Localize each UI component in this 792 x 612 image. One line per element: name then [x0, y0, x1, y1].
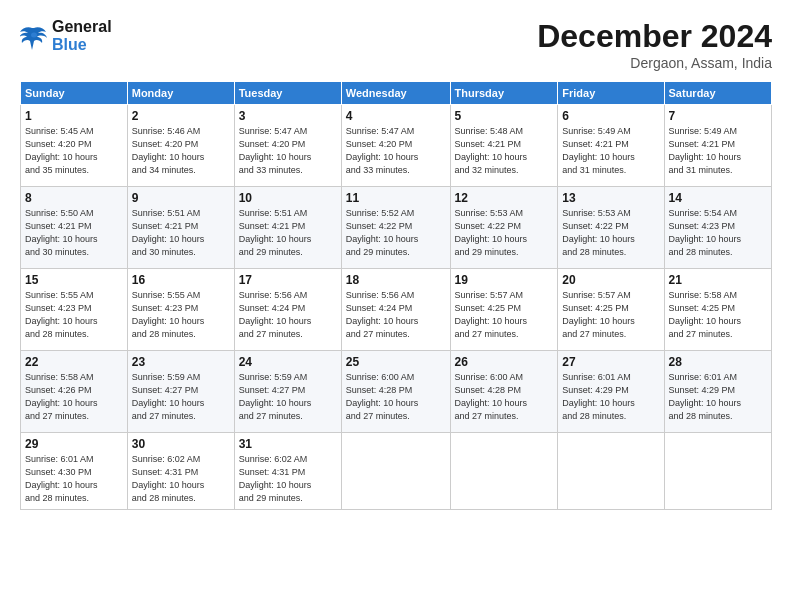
weekday-header-cell: Wednesday — [341, 82, 450, 105]
day-info: Sunrise: 5:53 AM Sunset: 4:22 PM Dayligh… — [562, 207, 659, 259]
calendar-day-cell: 6Sunrise: 5:49 AM Sunset: 4:21 PM Daylig… — [558, 105, 664, 187]
calendar-day-cell: 17Sunrise: 5:56 AM Sunset: 4:24 PM Dayli… — [234, 269, 341, 351]
weekday-header-cell: Saturday — [664, 82, 771, 105]
calendar-day-cell: 2Sunrise: 5:46 AM Sunset: 4:20 PM Daylig… — [127, 105, 234, 187]
calendar-week-row: 29Sunrise: 6:01 AM Sunset: 4:30 PM Dayli… — [21, 433, 772, 510]
calendar-day-cell: 18Sunrise: 5:56 AM Sunset: 4:24 PM Dayli… — [341, 269, 450, 351]
day-info: Sunrise: 5:51 AM Sunset: 4:21 PM Dayligh… — [132, 207, 230, 259]
day-number: 25 — [346, 355, 446, 369]
calendar-day-cell: 26Sunrise: 6:00 AM Sunset: 4:28 PM Dayli… — [450, 351, 558, 433]
calendar-day-cell: 28Sunrise: 6:01 AM Sunset: 4:29 PM Dayli… — [664, 351, 771, 433]
day-number: 17 — [239, 273, 337, 287]
day-info: Sunrise: 5:56 AM Sunset: 4:24 PM Dayligh… — [346, 289, 446, 341]
calendar-table: SundayMondayTuesdayWednesdayThursdayFrid… — [20, 81, 772, 510]
calendar-day-cell: 7Sunrise: 5:49 AM Sunset: 4:21 PM Daylig… — [664, 105, 771, 187]
day-number: 29 — [25, 437, 123, 451]
calendar-day-cell: 10Sunrise: 5:51 AM Sunset: 4:21 PM Dayli… — [234, 187, 341, 269]
weekday-header-cell: Thursday — [450, 82, 558, 105]
day-number: 3 — [239, 109, 337, 123]
day-number: 1 — [25, 109, 123, 123]
day-info: Sunrise: 5:56 AM Sunset: 4:24 PM Dayligh… — [239, 289, 337, 341]
title-block: December 2024 Dergaon, Assam, India — [537, 18, 772, 71]
day-number: 11 — [346, 191, 446, 205]
calendar-day-cell: 8Sunrise: 5:50 AM Sunset: 4:21 PM Daylig… — [21, 187, 128, 269]
calendar-week-row: 1Sunrise: 5:45 AM Sunset: 4:20 PM Daylig… — [21, 105, 772, 187]
day-number: 14 — [669, 191, 767, 205]
day-info: Sunrise: 5:57 AM Sunset: 4:25 PM Dayligh… — [562, 289, 659, 341]
calendar-day-cell — [664, 433, 771, 510]
calendar-day-cell: 24Sunrise: 5:59 AM Sunset: 4:27 PM Dayli… — [234, 351, 341, 433]
day-info: Sunrise: 5:59 AM Sunset: 4:27 PM Dayligh… — [132, 371, 230, 423]
day-number: 6 — [562, 109, 659, 123]
calendar-day-cell: 22Sunrise: 5:58 AM Sunset: 4:26 PM Dayli… — [21, 351, 128, 433]
day-info: Sunrise: 5:54 AM Sunset: 4:23 PM Dayligh… — [669, 207, 767, 259]
logo-icon — [20, 22, 48, 50]
day-number: 19 — [455, 273, 554, 287]
day-number: 23 — [132, 355, 230, 369]
day-number: 16 — [132, 273, 230, 287]
day-info: Sunrise: 5:51 AM Sunset: 4:21 PM Dayligh… — [239, 207, 337, 259]
day-info: Sunrise: 5:47 AM Sunset: 4:20 PM Dayligh… — [239, 125, 337, 177]
weekday-header-row: SundayMondayTuesdayWednesdayThursdayFrid… — [21, 82, 772, 105]
calendar-day-cell: 23Sunrise: 5:59 AM Sunset: 4:27 PM Dayli… — [127, 351, 234, 433]
day-number: 9 — [132, 191, 230, 205]
day-number: 31 — [239, 437, 337, 451]
day-number: 2 — [132, 109, 230, 123]
day-info: Sunrise: 6:01 AM Sunset: 4:29 PM Dayligh… — [562, 371, 659, 423]
weekday-header-cell: Sunday — [21, 82, 128, 105]
calendar-day-cell: 9Sunrise: 5:51 AM Sunset: 4:21 PM Daylig… — [127, 187, 234, 269]
calendar-day-cell: 12Sunrise: 5:53 AM Sunset: 4:22 PM Dayli… — [450, 187, 558, 269]
day-info: Sunrise: 5:55 AM Sunset: 4:23 PM Dayligh… — [25, 289, 123, 341]
day-number: 8 — [25, 191, 123, 205]
calendar-day-cell: 11Sunrise: 5:52 AM Sunset: 4:22 PM Dayli… — [341, 187, 450, 269]
day-number: 12 — [455, 191, 554, 205]
day-number: 18 — [346, 273, 446, 287]
location: Dergaon, Assam, India — [537, 55, 772, 71]
day-info: Sunrise: 5:49 AM Sunset: 4:21 PM Dayligh… — [562, 125, 659, 177]
svg-point-0 — [31, 32, 37, 37]
calendar-day-cell — [341, 433, 450, 510]
day-number: 20 — [562, 273, 659, 287]
calendar-day-cell: 14Sunrise: 5:54 AM Sunset: 4:23 PM Dayli… — [664, 187, 771, 269]
day-number: 7 — [669, 109, 767, 123]
month-title: December 2024 — [537, 18, 772, 55]
calendar-body: 1Sunrise: 5:45 AM Sunset: 4:20 PM Daylig… — [21, 105, 772, 510]
day-info: Sunrise: 5:58 AM Sunset: 4:26 PM Dayligh… — [25, 371, 123, 423]
day-number: 24 — [239, 355, 337, 369]
calendar-day-cell: 30Sunrise: 6:02 AM Sunset: 4:31 PM Dayli… — [127, 433, 234, 510]
calendar-day-cell: 25Sunrise: 6:00 AM Sunset: 4:28 PM Dayli… — [341, 351, 450, 433]
calendar-day-cell: 19Sunrise: 5:57 AM Sunset: 4:25 PM Dayli… — [450, 269, 558, 351]
day-number: 28 — [669, 355, 767, 369]
header: General Blue December 2024 Dergaon, Assa… — [20, 18, 772, 71]
day-number: 15 — [25, 273, 123, 287]
weekday-header-cell: Monday — [127, 82, 234, 105]
weekday-header-cell: Friday — [558, 82, 664, 105]
day-info: Sunrise: 5:59 AM Sunset: 4:27 PM Dayligh… — [239, 371, 337, 423]
calendar-page: General Blue December 2024 Dergaon, Assa… — [0, 0, 792, 612]
day-number: 13 — [562, 191, 659, 205]
calendar-day-cell: 4Sunrise: 5:47 AM Sunset: 4:20 PM Daylig… — [341, 105, 450, 187]
calendar-week-row: 8Sunrise: 5:50 AM Sunset: 4:21 PM Daylig… — [21, 187, 772, 269]
calendar-day-cell: 16Sunrise: 5:55 AM Sunset: 4:23 PM Dayli… — [127, 269, 234, 351]
day-number: 5 — [455, 109, 554, 123]
day-info: Sunrise: 5:58 AM Sunset: 4:25 PM Dayligh… — [669, 289, 767, 341]
day-number: 10 — [239, 191, 337, 205]
day-info: Sunrise: 5:52 AM Sunset: 4:22 PM Dayligh… — [346, 207, 446, 259]
day-info: Sunrise: 6:01 AM Sunset: 4:30 PM Dayligh… — [25, 453, 123, 505]
calendar-day-cell: 13Sunrise: 5:53 AM Sunset: 4:22 PM Dayli… — [558, 187, 664, 269]
calendar-day-cell: 15Sunrise: 5:55 AM Sunset: 4:23 PM Dayli… — [21, 269, 128, 351]
calendar-week-row: 15Sunrise: 5:55 AM Sunset: 4:23 PM Dayli… — [21, 269, 772, 351]
weekday-header-cell: Tuesday — [234, 82, 341, 105]
day-info: Sunrise: 5:47 AM Sunset: 4:20 PM Dayligh… — [346, 125, 446, 177]
day-number: 30 — [132, 437, 230, 451]
calendar-day-cell: 27Sunrise: 6:01 AM Sunset: 4:29 PM Dayli… — [558, 351, 664, 433]
day-number: 22 — [25, 355, 123, 369]
calendar-day-cell — [558, 433, 664, 510]
day-info: Sunrise: 5:53 AM Sunset: 4:22 PM Dayligh… — [455, 207, 554, 259]
calendar-day-cell: 29Sunrise: 6:01 AM Sunset: 4:30 PM Dayli… — [21, 433, 128, 510]
calendar-day-cell: 5Sunrise: 5:48 AM Sunset: 4:21 PM Daylig… — [450, 105, 558, 187]
day-info: Sunrise: 5:48 AM Sunset: 4:21 PM Dayligh… — [455, 125, 554, 177]
calendar-day-cell — [450, 433, 558, 510]
day-number: 4 — [346, 109, 446, 123]
day-number: 27 — [562, 355, 659, 369]
